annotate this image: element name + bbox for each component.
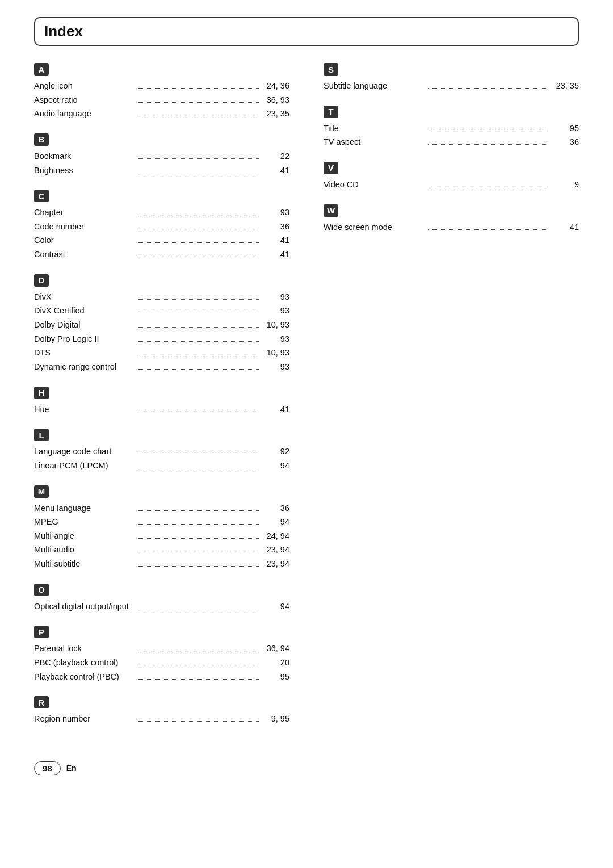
- index-entry: Dynamic range control93: [34, 360, 289, 374]
- entry-page: 36: [551, 135, 579, 149]
- entry-dots: [138, 242, 259, 243]
- index-entry: Multi-audio23, 94: [34, 543, 289, 557]
- section-l: LLanguage code chart92Linear PCM (LPCM)9…: [34, 429, 289, 472]
- entry-label: Dolby Digital: [34, 318, 136, 332]
- section-letter-t: T: [324, 106, 338, 118]
- entry-dots: [428, 187, 548, 187]
- entry-page: 10, 93: [261, 346, 289, 360]
- entry-label: Multi-angle: [34, 529, 136, 543]
- entry-page: 93: [261, 206, 289, 220]
- entry-page: 41: [261, 402, 289, 417]
- entry-dots: [138, 369, 259, 370]
- entry-page: 36: [261, 220, 289, 234]
- entry-page: 24, 36: [261, 79, 289, 93]
- entry-page: 23, 94: [261, 557, 289, 571]
- index-entry: DivX93: [34, 290, 289, 304]
- section-d: DDivX93DivX Certified93Dolby Digital10, …: [34, 274, 289, 374]
- section-p: PParental lock36, 94PBC (playback contro…: [34, 626, 289, 684]
- entry-page: 41: [261, 163, 289, 178]
- entry-dots: [138, 524, 259, 525]
- page-title: Index: [44, 23, 83, 40]
- left-column: AAngle icon24, 36Aspect ratio36, 93Audio…: [34, 63, 312, 739]
- index-content: AAngle icon24, 36Aspect ratio36, 93Audio…: [34, 63, 579, 739]
- entry-dots: [138, 102, 259, 103]
- entry-label: MPEG: [34, 515, 136, 529]
- index-entry: Aspect ratio36, 93: [34, 93, 289, 107]
- entry-page: 9: [551, 178, 579, 192]
- entry-dots: [138, 651, 259, 651]
- entry-page: 23, 35: [261, 107, 289, 121]
- entry-dots: [138, 412, 259, 412]
- entry-label: Linear PCM (LPCM): [34, 459, 136, 473]
- index-entry: TV aspect36: [324, 135, 579, 149]
- entry-page: 93: [261, 360, 289, 374]
- entry-label: Optical digital output/input: [34, 599, 136, 614]
- index-entry: Multi-subtitle23, 94: [34, 557, 289, 571]
- entry-dots: [138, 116, 259, 116]
- index-entry: Region number9, 95: [34, 712, 289, 726]
- entry-dots: [138, 313, 259, 313]
- index-entry: Parental lock36, 94: [34, 641, 289, 656]
- entry-label: Bookmark: [34, 149, 136, 163]
- index-entry: Bookmark22: [34, 149, 289, 163]
- section-r: RRegion number9, 95: [34, 696, 289, 726]
- entry-page: 10, 93: [261, 318, 289, 332]
- section-letter-h: H: [34, 387, 49, 399]
- entry-page: 94: [261, 459, 289, 473]
- index-entry: Code number36: [34, 220, 289, 234]
- entry-label: DTS: [34, 346, 136, 360]
- index-entry: DTS10, 93: [34, 346, 289, 360]
- index-entry: Dolby Pro Logic II93: [34, 332, 289, 346]
- section-c: CChapter93Code number36Color41Contrast41: [34, 190, 289, 262]
- entry-label: Chapter: [34, 206, 136, 220]
- index-entry: PBC (playback control)20: [34, 656, 289, 670]
- entry-dots: [138, 158, 259, 159]
- entry-dots: [138, 327, 259, 328]
- entry-dots: [138, 552, 259, 552]
- right-column: SSubtitle language23, 35TTitle95TV aspec…: [312, 63, 579, 739]
- section-s: SSubtitle language23, 35: [324, 63, 579, 93]
- entry-page: 36: [261, 501, 289, 515]
- entry-dots: [138, 609, 259, 609]
- section-m: MMenu language36MPEG94Multi-angle24, 94M…: [34, 485, 289, 571]
- entry-label: Region number: [34, 712, 136, 726]
- entry-dots: [138, 215, 259, 215]
- section-letter-o: O: [34, 584, 49, 596]
- entry-label: Brightness: [34, 163, 136, 178]
- index-entry: Video CD9: [324, 178, 579, 192]
- language-label: En: [66, 764, 77, 773]
- section-letter-d: D: [34, 274, 49, 287]
- section-letter-a: A: [34, 63, 49, 76]
- index-entry: Chapter93: [34, 206, 289, 220]
- section-a: AAngle icon24, 36Aspect ratio36, 93Audio…: [34, 63, 289, 121]
- entry-label: Dolby Pro Logic II: [34, 332, 136, 346]
- index-entry: Color41: [34, 233, 289, 248]
- entry-label: Playback control (PBC): [34, 670, 136, 684]
- entry-page: 23, 35: [551, 79, 579, 93]
- entry-dots: [138, 173, 259, 173]
- section-h: HHue41: [34, 387, 289, 417]
- section-t: TTitle95TV aspect36: [324, 106, 579, 149]
- section-letter-c: C: [34, 190, 49, 202]
- section-letter-v: V: [324, 162, 338, 174]
- entry-dots: [138, 257, 259, 257]
- entry-label: Dynamic range control: [34, 360, 136, 374]
- section-letter-m: M: [34, 485, 49, 498]
- entry-label: Hue: [34, 402, 136, 417]
- entry-page: 93: [261, 332, 289, 346]
- entry-dots: [138, 454, 259, 454]
- index-entry: Angle icon24, 36: [34, 79, 289, 93]
- entry-label: DivX Certified: [34, 304, 136, 318]
- entry-dots: [138, 721, 259, 722]
- index-entry: Optical digital output/input94: [34, 599, 289, 614]
- section-letter-w: W: [324, 204, 338, 217]
- index-entry: Contrast41: [34, 248, 289, 262]
- entry-dots: [428, 131, 548, 131]
- entry-page: 22: [261, 149, 289, 163]
- entry-label: PBC (playback control): [34, 656, 136, 670]
- entry-page: 93: [261, 304, 289, 318]
- index-entry: Language code chart92: [34, 445, 289, 459]
- index-entry: DivX Certified93: [34, 304, 289, 318]
- entry-dots: [428, 144, 548, 145]
- entry-label: Wide screen mode: [324, 220, 426, 234]
